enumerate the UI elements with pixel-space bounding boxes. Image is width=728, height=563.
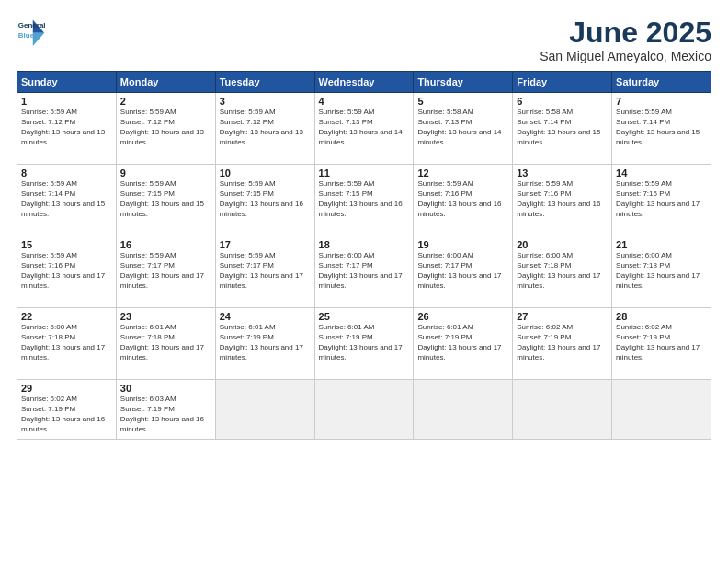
cell-info: Sunrise: 5:59 AMSunset: 7:16 PMDaylight:… — [417, 179, 508, 219]
day-number: 26 — [417, 311, 508, 322]
day-number: 10 — [220, 167, 311, 178]
day-number: 21 — [616, 239, 707, 250]
calendar-week-row: 22Sunrise: 6:00 AMSunset: 7:18 PMDayligh… — [17, 308, 711, 380]
calendar-cell: 18Sunrise: 6:00 AMSunset: 7:17 PMDayligh… — [314, 236, 414, 308]
cell-info: Sunrise: 5:58 AMSunset: 7:13 PMDaylight:… — [417, 108, 508, 147]
day-number: 16 — [120, 239, 211, 250]
day-number: 9 — [120, 167, 211, 178]
calendar-cell: 28Sunrise: 6:02 AMSunset: 7:19 PMDayligh… — [612, 308, 711, 380]
calendar-cell: 14Sunrise: 5:59 AMSunset: 7:16 PMDayligh… — [612, 165, 711, 236]
day-number: 29 — [21, 383, 112, 394]
cell-info: Sunrise: 5:59 AMSunset: 7:12 PMDaylight:… — [120, 108, 211, 147]
weekday-header: Saturday — [612, 72, 711, 93]
page: General Blue June 2025 San Miguel Ameyal… — [0, 0, 728, 563]
day-number: 7 — [616, 96, 707, 107]
calendar-cell — [612, 380, 711, 440]
calendar-cell — [513, 380, 612, 440]
day-number: 12 — [417, 167, 508, 178]
calendar-cell: 2Sunrise: 5:59 AMSunset: 7:12 PMDaylight… — [116, 93, 215, 165]
calendar-cell: 13Sunrise: 5:59 AMSunset: 7:16 PMDayligh… — [513, 165, 612, 236]
day-number: 6 — [517, 96, 608, 107]
calendar-cell: 4Sunrise: 5:59 AMSunset: 7:13 PMDaylight… — [314, 93, 414, 165]
cell-info: Sunrise: 5:59 AMSunset: 7:14 PMDaylight:… — [21, 179, 112, 219]
calendar-cell: 21Sunrise: 6:00 AMSunset: 7:18 PMDayligh… — [612, 236, 711, 308]
logo: General Blue — [17, 17, 46, 46]
calendar-cell: 29Sunrise: 6:02 AMSunset: 7:19 PMDayligh… — [17, 380, 117, 440]
title-block: June 2025 San Miguel Ameyalco, Mexico — [540, 17, 711, 63]
calendar-week-row: 29Sunrise: 6:02 AMSunset: 7:19 PMDayligh… — [17, 380, 711, 440]
cell-info: Sunrise: 5:59 AMSunset: 7:15 PMDaylight:… — [319, 179, 410, 219]
cell-info: Sunrise: 5:59 AMSunset: 7:12 PMDaylight:… — [220, 108, 311, 147]
cell-info: Sunrise: 5:59 AMSunset: 7:16 PMDaylight:… — [616, 179, 707, 219]
calendar-cell: 26Sunrise: 6:01 AMSunset: 7:19 PMDayligh… — [414, 308, 513, 380]
svg-text:Blue: Blue — [18, 31, 35, 40]
day-number: 18 — [319, 239, 410, 250]
cell-info: Sunrise: 6:00 AMSunset: 7:17 PMDaylight:… — [319, 251, 410, 291]
cell-info: Sunrise: 6:00 AMSunset: 7:18 PMDaylight:… — [616, 251, 707, 291]
day-number: 22 — [21, 311, 112, 322]
cell-info: Sunrise: 5:59 AMSunset: 7:12 PMDaylight:… — [21, 108, 112, 147]
day-number: 30 — [120, 383, 211, 394]
calendar-cell: 12Sunrise: 5:59 AMSunset: 7:16 PMDayligh… — [414, 165, 513, 236]
calendar-cell — [314, 380, 414, 440]
cell-info: Sunrise: 5:58 AMSunset: 7:14 PMDaylight:… — [517, 108, 608, 147]
day-number: 4 — [319, 96, 410, 107]
header: General Blue June 2025 San Miguel Ameyal… — [17, 17, 711, 63]
cell-info: Sunrise: 5:59 AMSunset: 7:16 PMDaylight:… — [21, 251, 112, 291]
calendar-cell: 24Sunrise: 6:01 AMSunset: 7:19 PMDayligh… — [215, 308, 314, 380]
svg-text:General: General — [18, 21, 46, 29]
cell-info: Sunrise: 6:00 AMSunset: 7:18 PMDaylight:… — [517, 251, 608, 291]
calendar-cell: 22Sunrise: 6:00 AMSunset: 7:18 PMDayligh… — [17, 308, 117, 380]
day-number: 28 — [616, 311, 707, 322]
cell-info: Sunrise: 6:01 AMSunset: 7:19 PMDaylight:… — [319, 323, 410, 362]
day-number: 1 — [21, 96, 112, 107]
day-number: 11 — [319, 167, 410, 178]
day-number: 8 — [21, 167, 112, 178]
cell-info: Sunrise: 5:59 AMSunset: 7:17 PMDaylight:… — [220, 251, 311, 291]
cell-info: Sunrise: 6:01 AMSunset: 7:19 PMDaylight:… — [417, 323, 508, 362]
cell-info: Sunrise: 5:59 AMSunset: 7:14 PMDaylight:… — [616, 108, 707, 147]
month-title: June 2025 — [540, 17, 711, 49]
day-number: 3 — [220, 96, 311, 107]
calendar-cell: 5Sunrise: 5:58 AMSunset: 7:13 PMDaylight… — [414, 93, 513, 165]
weekday-header: Tuesday — [215, 72, 314, 93]
cell-info: Sunrise: 5:59 AMSunset: 7:16 PMDaylight:… — [517, 179, 608, 219]
cell-info: Sunrise: 5:59 AMSunset: 7:13 PMDaylight:… — [319, 108, 410, 147]
weekday-header: Wednesday — [314, 72, 414, 93]
weekday-header: Thursday — [414, 72, 513, 93]
subtitle: San Miguel Ameyalco, Mexico — [540, 49, 711, 63]
calendar-cell: 20Sunrise: 6:00 AMSunset: 7:18 PMDayligh… — [513, 236, 612, 308]
calendar-cell: 27Sunrise: 6:02 AMSunset: 7:19 PMDayligh… — [513, 308, 612, 380]
day-number: 27 — [517, 311, 608, 322]
cell-info: Sunrise: 5:59 AMSunset: 7:17 PMDaylight:… — [120, 251, 211, 291]
day-number: 24 — [220, 311, 311, 322]
cell-info: Sunrise: 6:00 AMSunset: 7:17 PMDaylight:… — [417, 251, 508, 291]
day-number: 2 — [120, 96, 211, 107]
logo-icon: General Blue — [17, 17, 46, 46]
day-number: 20 — [517, 239, 608, 250]
calendar-cell: 25Sunrise: 6:01 AMSunset: 7:19 PMDayligh… — [314, 308, 414, 380]
calendar-cell: 10Sunrise: 5:59 AMSunset: 7:15 PMDayligh… — [215, 165, 314, 236]
calendar: SundayMondayTuesdayWednesdayThursdayFrid… — [17, 71, 711, 440]
day-number: 14 — [616, 167, 707, 178]
cell-info: Sunrise: 6:02 AMSunset: 7:19 PMDaylight:… — [21, 395, 112, 434]
calendar-week-row: 1Sunrise: 5:59 AMSunset: 7:12 PMDaylight… — [17, 93, 711, 165]
cell-info: Sunrise: 6:01 AMSunset: 7:19 PMDaylight:… — [220, 323, 311, 362]
day-number: 23 — [120, 311, 211, 322]
calendar-cell: 17Sunrise: 5:59 AMSunset: 7:17 PMDayligh… — [215, 236, 314, 308]
calendar-cell: 30Sunrise: 6:03 AMSunset: 7:19 PMDayligh… — [116, 380, 215, 440]
day-number: 13 — [517, 167, 608, 178]
weekday-header: Monday — [116, 72, 215, 93]
day-number: 17 — [220, 239, 311, 250]
calendar-cell: 16Sunrise: 5:59 AMSunset: 7:17 PMDayligh… — [116, 236, 215, 308]
calendar-week-row: 8Sunrise: 5:59 AMSunset: 7:14 PMDaylight… — [17, 165, 711, 236]
day-number: 25 — [319, 311, 410, 322]
cell-info: Sunrise: 6:01 AMSunset: 7:18 PMDaylight:… — [120, 323, 211, 362]
calendar-cell — [414, 380, 513, 440]
cell-info: Sunrise: 6:03 AMSunset: 7:19 PMDaylight:… — [120, 395, 211, 434]
day-number: 15 — [21, 239, 112, 250]
day-number: 19 — [417, 239, 508, 250]
cell-info: Sunrise: 6:02 AMSunset: 7:19 PMDaylight:… — [517, 323, 608, 362]
calendar-cell: 9Sunrise: 5:59 AMSunset: 7:15 PMDaylight… — [116, 165, 215, 236]
calendar-cell: 19Sunrise: 6:00 AMSunset: 7:17 PMDayligh… — [414, 236, 513, 308]
